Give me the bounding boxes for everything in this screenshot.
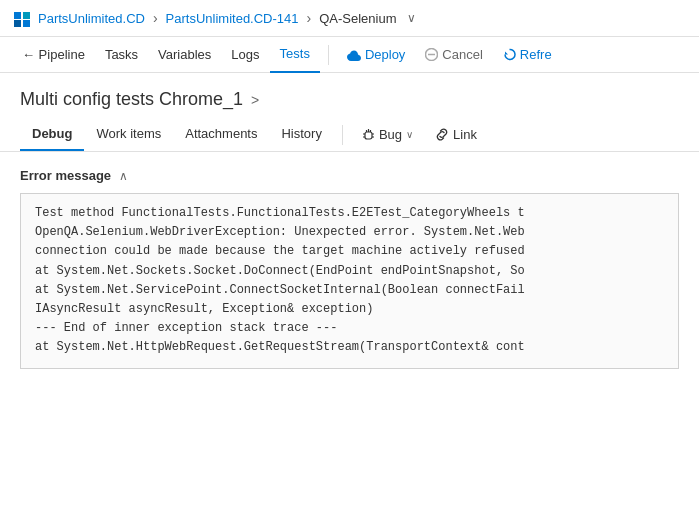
bug-chevron-icon[interactable]: ∨: [406, 129, 413, 140]
nav-refresh-button[interactable]: Refre: [493, 41, 562, 68]
error-line-7: --- End of inner exception stack trace -…: [35, 319, 664, 338]
breadcrumb-sep-2: ›: [307, 10, 312, 26]
svg-rect-7: [365, 132, 372, 139]
error-line-4: at System.Net.Sockets.Socket.DoConnect(E…: [35, 262, 664, 281]
nav-item-tests[interactable]: Tests: [270, 37, 320, 73]
azure-devops-logo: [12, 8, 32, 28]
error-line-5: at System.Net.ServicePoint.ConnectSocket…: [35, 281, 664, 300]
tab-action-bug[interactable]: Bug ∨: [351, 122, 424, 147]
nav-item-logs[interactable]: Logs: [221, 37, 269, 73]
deploy-label: Deploy: [365, 47, 405, 62]
error-line-1: Test method FunctionalTests.FunctionalTe…: [35, 204, 664, 223]
svg-marker-6: [505, 52, 508, 55]
bug-icon: [362, 128, 375, 141]
link-icon: [435, 128, 449, 141]
tab-divider: [342, 125, 343, 145]
nav-cancel-button[interactable]: Cancel: [415, 41, 492, 68]
breadcrumb-dropdown-chevron[interactable]: ∨: [407, 11, 416, 25]
bug-label: Bug: [379, 127, 402, 142]
tab-attachments[interactable]: Attachments: [173, 118, 269, 151]
svg-rect-2: [14, 20, 21, 27]
svg-rect-1: [23, 12, 30, 19]
error-line-8: at System.Net.HttpWebRequest.GetRequestS…: [35, 338, 664, 357]
refresh-icon: [503, 48, 516, 61]
page-title: Multi config tests Chrome_1: [20, 89, 243, 110]
breadcrumb-sep-1: ›: [153, 10, 158, 26]
error-section-toggle[interactable]: ∧: [119, 169, 128, 183]
link-label: Link: [453, 127, 477, 142]
tab-work-items[interactable]: Work items: [84, 118, 173, 151]
nav-item-variables[interactable]: Variables: [148, 37, 221, 73]
tab-history[interactable]: History: [269, 118, 333, 151]
nav-item-tasks[interactable]: Tasks: [95, 37, 148, 73]
breadcrumb-item-pipeline[interactable]: PartsUnlimited.CD-141: [166, 11, 299, 26]
error-message-box: Test method FunctionalTests.FunctionalTe…: [20, 193, 679, 369]
error-line-3: connection could be made because the tar…: [35, 242, 664, 261]
nav-divider: [328, 45, 329, 65]
error-section-header: Error message ∧: [20, 168, 679, 183]
nav-back-pipeline[interactable]: ← Pipeline: [12, 37, 95, 73]
nav-deploy-button[interactable]: Deploy: [337, 41, 415, 68]
breadcrumb-item-current[interactable]: QA-Selenium: [319, 11, 396, 26]
breadcrumb-bar: PartsUnlimited.CD › PartsUnlimited.CD-14…: [0, 0, 699, 37]
svg-rect-0: [14, 12, 21, 19]
error-section-title: Error message: [20, 168, 111, 183]
cancel-icon: [425, 48, 438, 61]
error-line-6: IAsyncResult asyncResult, Exception& exc…: [35, 300, 664, 319]
tab-debug[interactable]: Debug: [20, 118, 84, 151]
cloud-icon: [347, 49, 361, 61]
nav-bar: ← Pipeline Tasks Variables Logs Tests De…: [0, 37, 699, 73]
tab-action-link[interactable]: Link: [424, 122, 488, 147]
tab-bar: Debug Work items Attachments History Bug…: [0, 118, 699, 152]
page-title-row: Multi config tests Chrome_1 >: [0, 73, 699, 118]
page-title-expand-chevron[interactable]: >: [251, 92, 259, 108]
content-area: Error message ∧ Test method FunctionalTe…: [0, 152, 699, 385]
svg-rect-3: [23, 20, 30, 27]
refresh-label: Refre: [520, 47, 552, 62]
cancel-label: Cancel: [442, 47, 482, 62]
breadcrumb-item-org[interactable]: PartsUnlimited.CD: [38, 11, 145, 26]
error-line-2: OpenQA.Selenium.WebDriverException: Unex…: [35, 223, 664, 242]
